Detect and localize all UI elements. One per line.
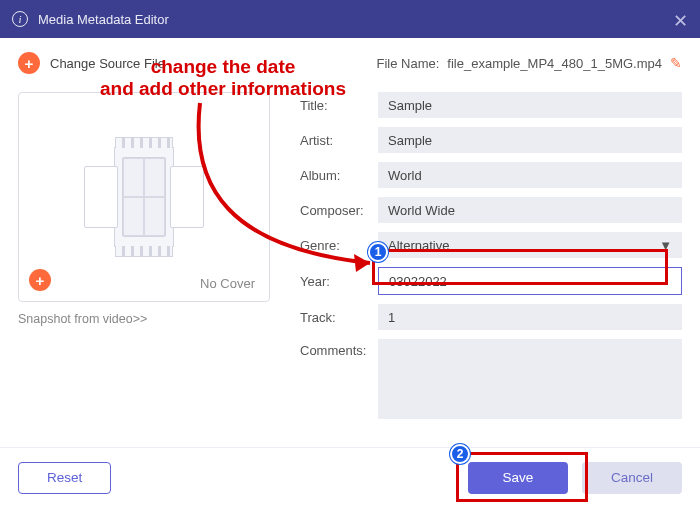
content: + Change Source File File Name: file_exa…	[0, 38, 700, 447]
annotation-badge-2: 2	[450, 444, 470, 464]
snapshot-link[interactable]: Snapshot from video>>	[18, 312, 270, 326]
select-genre[interactable]: Alternative	[378, 232, 682, 258]
filename-label: File Name:	[377, 56, 440, 71]
input-track[interactable]	[378, 304, 682, 330]
cover-column: + No Cover Snapshot from video>>	[18, 92, 270, 428]
row-album: Album:	[300, 162, 682, 188]
row-genre: Genre: Alternative ▼	[300, 232, 682, 258]
input-composer[interactable]	[378, 197, 682, 223]
footer-right: 2 Save Cancel	[468, 462, 682, 494]
row-comments: Comments:	[300, 339, 682, 419]
row-track: Track:	[300, 304, 682, 330]
change-source-file[interactable]: + Change Source File	[18, 52, 165, 74]
filename-value: file_example_MP4_480_1_5MG.mp4	[447, 56, 662, 71]
label-artist: Artist:	[300, 133, 378, 148]
no-cover-label: No Cover	[200, 276, 255, 291]
label-year: Year:	[300, 274, 378, 289]
label-composer: Composer:	[300, 203, 378, 218]
window-title: Media Metadata Editor	[38, 12, 169, 27]
add-cover-button[interactable]: +	[29, 269, 51, 291]
cover-art[interactable]: + No Cover	[18, 92, 270, 302]
label-title: Title:	[300, 98, 378, 113]
row-year: Year:	[300, 267, 682, 295]
info-icon: i	[12, 11, 28, 27]
label-track: Track:	[300, 310, 378, 325]
pencil-icon[interactable]: ✎	[670, 55, 682, 71]
main-area: + No Cover Snapshot from video>> Title: …	[18, 92, 682, 428]
change-source-label: Change Source File	[50, 56, 165, 71]
row-artist: Artist:	[300, 127, 682, 153]
input-title[interactable]	[378, 92, 682, 118]
row-composer: Composer:	[300, 197, 682, 223]
fields-column: Title: Artist: Album: Composer: Genre: A…	[300, 92, 682, 428]
titlebar: i Media Metadata Editor ✕	[0, 0, 700, 38]
row-title: Title:	[300, 92, 682, 118]
input-comments[interactable]	[378, 339, 682, 419]
input-artist[interactable]	[378, 127, 682, 153]
plus-icon[interactable]: +	[18, 52, 40, 74]
save-button[interactable]: Save	[468, 462, 568, 494]
label-comments: Comments:	[300, 339, 378, 358]
label-album: Album:	[300, 168, 378, 183]
filename-display: File Name: file_example_MP4_480_1_5MG.mp…	[377, 55, 683, 71]
top-row: + Change Source File File Name: file_exa…	[18, 52, 682, 74]
close-icon[interactable]: ✕	[673, 10, 688, 32]
input-album[interactable]	[378, 162, 682, 188]
input-year[interactable]	[378, 267, 682, 295]
footer: Reset 2 Save Cancel	[0, 447, 700, 507]
reset-button[interactable]: Reset	[18, 462, 111, 494]
cover-placeholder-icon	[84, 147, 204, 247]
cancel-button[interactable]: Cancel	[582, 462, 682, 494]
label-genre: Genre:	[300, 238, 378, 253]
